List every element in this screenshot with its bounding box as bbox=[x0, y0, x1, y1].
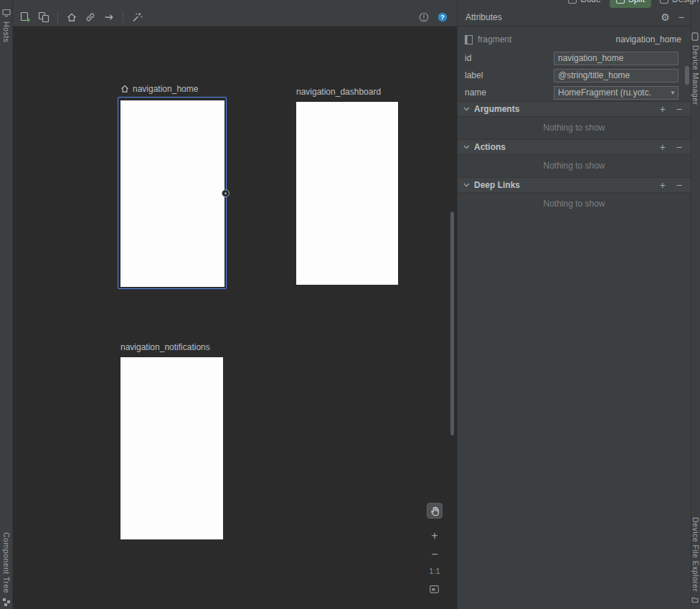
actions-section-header[interactable]: Actions + − bbox=[458, 139, 691, 155]
section-title: Deep Links bbox=[474, 180, 520, 190]
right-strip-top: Device Manager bbox=[691, 32, 700, 105]
tab-design[interactable]: Design bbox=[653, 0, 700, 8]
id-field-label: id bbox=[465, 53, 554, 63]
name-combobox[interactable]: HomeFragment (ru.yotc. ▼ bbox=[554, 86, 678, 100]
dropdown-arrow-icon: ▼ bbox=[670, 90, 676, 96]
device-file-explorer-icon[interactable] bbox=[691, 596, 700, 605]
chevron-down-icon bbox=[463, 107, 470, 111]
deep-links-section-header[interactable]: Deep Links + − bbox=[458, 177, 691, 193]
split-icon bbox=[616, 0, 625, 4]
chevron-down-icon bbox=[463, 145, 470, 149]
tool-window-component-tree[interactable]: Component Tree bbox=[2, 532, 11, 593]
actions-section: Actions + − Nothing to show bbox=[458, 139, 691, 177]
auto-arrange-button[interactable] bbox=[128, 9, 146, 26]
field-row-id: id bbox=[458, 49, 691, 67]
element-type-row: fragment navigation_home bbox=[458, 32, 691, 47]
hosts-icon[interactable] bbox=[2, 9, 11, 17]
add-action-button[interactable]: + bbox=[660, 142, 666, 152]
add-deep-link-button[interactable]: + bbox=[660, 180, 666, 190]
assign-start-destination-button[interactable] bbox=[63, 9, 80, 26]
left-strip-bottom: Component Tree bbox=[2, 532, 11, 606]
home-icon bbox=[66, 11, 77, 23]
element-type: fragment bbox=[478, 34, 511, 44]
nested-graph-icon bbox=[38, 11, 49, 23]
hand-icon bbox=[430, 506, 440, 516]
design-icon bbox=[660, 0, 668, 4]
label-input[interactable] bbox=[554, 69, 678, 82]
fragment-label-notifications[interactable]: navigation_notifications bbox=[120, 342, 210, 352]
tab-code-label: Code bbox=[580, 0, 601, 4]
add-argument-button[interactable]: + bbox=[660, 104, 666, 114]
android-studio-navigation-editor: Hosts Component Tree bbox=[0, 0, 700, 609]
pan-tool-button[interactable] bbox=[427, 503, 443, 519]
tab-code[interactable]: Code bbox=[562, 0, 607, 8]
right-tool-strip: Device Manager Device File Explorer bbox=[691, 0, 700, 609]
zoom-out-button[interactable]: − bbox=[427, 549, 443, 560]
new-destination-icon bbox=[19, 11, 31, 23]
remove-deep-link-button[interactable]: − bbox=[676, 180, 682, 190]
fragment-name: navigation_notifications bbox=[120, 342, 210, 352]
arguments-section-header[interactable]: Arguments + − bbox=[458, 101, 691, 117]
fragment-preview-dashboard[interactable] bbox=[296, 102, 398, 285]
action-button[interactable] bbox=[100, 9, 118, 26]
design-canvas[interactable]: navigation_home navigation_dashboard nav… bbox=[13, 27, 457, 609]
deep-links-empty-text: Nothing to show bbox=[458, 193, 691, 215]
attribute-fields: id label name HomeFragment (ru.yotc. ▼ bbox=[458, 47, 691, 101]
tab-design-label: Design bbox=[672, 0, 699, 4]
issues-button[interactable] bbox=[415, 9, 432, 26]
toolbar-separator bbox=[123, 11, 123, 23]
fragment-label-dashboard[interactable]: navigation_dashboard bbox=[296, 87, 381, 97]
arguments-section: Arguments + − Nothing to show bbox=[458, 101, 691, 139]
start-destination-home-icon bbox=[120, 85, 129, 93]
tab-split[interactable]: Split bbox=[610, 0, 651, 8]
new-destination-button[interactable] bbox=[16, 9, 34, 26]
field-row-label: label bbox=[458, 67, 691, 84]
fragment-name: navigation_dashboard bbox=[296, 87, 381, 97]
fragment-preview-home[interactable] bbox=[120, 100, 224, 287]
name-combobox-value: HomeFragment (ru.yotc. bbox=[558, 88, 668, 98]
help-button[interactable]: ? bbox=[434, 9, 451, 26]
issue-circle-icon bbox=[418, 11, 430, 23]
help-circle-icon: ? bbox=[437, 11, 448, 23]
actions-empty-text: Nothing to show bbox=[458, 155, 691, 177]
zoom-level-label: 1:1 bbox=[427, 567, 443, 575]
zoom-in-button[interactable]: + bbox=[427, 530, 443, 542]
hide-panel-icon[interactable]: − bbox=[678, 12, 684, 22]
gear-icon[interactable]: ⚙ bbox=[661, 12, 670, 22]
fragment-name: navigation_home bbox=[133, 84, 198, 94]
zoom-to-fit-button[interactable] bbox=[430, 585, 439, 593]
tool-window-device-file-explorer[interactable]: Device File Explorer bbox=[691, 517, 700, 592]
device-manager-icon[interactable] bbox=[691, 32, 700, 41]
label-field-label: label bbox=[465, 70, 554, 80]
right-strip-bottom: Device File Explorer bbox=[691, 517, 700, 605]
tab-split-label: Split bbox=[628, 0, 645, 4]
left-strip-top: Hosts bbox=[2, 9, 11, 42]
name-field-label: name bbox=[465, 88, 554, 98]
fragment-label-home[interactable]: navigation_home bbox=[120, 84, 198, 94]
fragment-preview-notifications[interactable] bbox=[120, 357, 223, 539]
remove-action-button[interactable]: − bbox=[676, 142, 682, 152]
attributes-title: Attributes bbox=[465, 12, 502, 22]
attributes-panel: Attributes ⚙ − fragment navigation_home … bbox=[457, 0, 691, 609]
deep-link-button[interactable] bbox=[82, 9, 99, 26]
arguments-empty-text: Nothing to show bbox=[458, 117, 691, 139]
nested-graph-button[interactable] bbox=[35, 9, 52, 26]
id-input[interactable] bbox=[554, 52, 678, 65]
link-icon bbox=[85, 11, 96, 23]
magic-wand-icon bbox=[131, 11, 143, 23]
tool-window-device-manager[interactable]: Device Manager bbox=[691, 45, 700, 105]
deep-links-section: Deep Links + − Nothing to show bbox=[458, 177, 691, 215]
action-connection-handle[interactable] bbox=[222, 189, 230, 197]
canvas-vertical-scrollbar[interactable] bbox=[450, 212, 454, 435]
element-id-value: navigation_home bbox=[616, 34, 681, 44]
code-icon bbox=[568, 0, 577, 4]
panel-scrollbar[interactable] bbox=[685, 66, 689, 85]
tool-window-hosts[interactable]: Hosts bbox=[2, 22, 11, 42]
field-row-name: name HomeFragment (ru.yotc. ▼ bbox=[458, 84, 691, 101]
editor-mode-tabs: Code Split Design bbox=[562, 0, 700, 8]
component-tree-icon[interactable] bbox=[2, 598, 11, 606]
left-tool-strip: Hosts Component Tree bbox=[0, 0, 13, 609]
toolbar-separator bbox=[57, 11, 58, 23]
svg-text:?: ? bbox=[440, 13, 445, 21]
remove-argument-button[interactable]: − bbox=[676, 104, 682, 114]
